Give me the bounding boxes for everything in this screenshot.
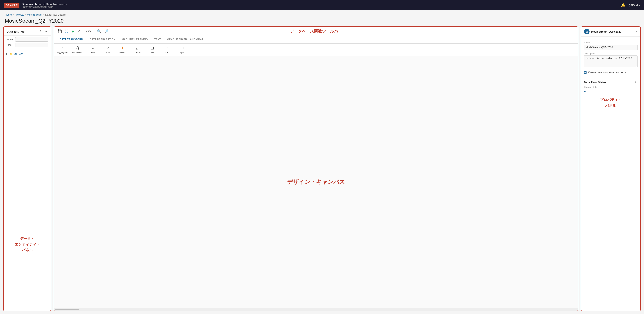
tags-filter-row: Tags [6, 43, 48, 47]
left-panel-header: Data Entities ↻ + [4, 27, 51, 36]
component-sort[interactable]: ↕ Sort [162, 46, 172, 54]
breadcrumb-projects[interactable]: Projects [14, 13, 24, 16]
name-filter-row: Name [6, 37, 48, 42]
right-panel-header: ⊞ MovieStream_Q2FY2020 ⤢ [581, 27, 640, 37]
component-expression[interactable]: {} Expression [72, 46, 83, 54]
set-label: Set [150, 51, 154, 54]
component-aggregate[interactable]: Σ Aggregate [57, 46, 68, 54]
right-panel-name: MovieStream_Q2FY2020 [591, 30, 621, 33]
right-panel-title-row: ⊞ MovieStream_Q2FY2020 [584, 29, 621, 34]
nav-title: Database Actions | Data Transforms [22, 2, 67, 6]
top-navigation: ORACLE Database Actions | Data Transform… [0, 0, 644, 10]
save-button[interactable]: 💾 [56, 28, 63, 34]
component-split[interactable]: ⊣ Split [177, 46, 187, 54]
description-prop-label: Description [584, 52, 638, 55]
data-entities-panel: Data Entities ↻ + Name Tags ▶ 📁 QTEAM [3, 26, 51, 311]
bell-icon[interactable]: 🔔 [621, 3, 626, 7]
filter-label: Filter [90, 51, 95, 54]
component-set[interactable]: ⊟ Set [147, 46, 157, 54]
left-panel-annotation: データ・エンティティ・パネル [4, 178, 51, 311]
component-lookup[interactable]: ⌕ Lookup [132, 46, 142, 54]
tags-filter-input[interactable] [15, 43, 48, 47]
cleanup-checkbox[interactable] [584, 71, 586, 74]
right-panel-annotation: プロパティ・パネル [584, 93, 638, 113]
center-panel: 💾 ⛶ ▶ ✓ </> 🔍 🔎 データベース関数ツールバー DATA TRANS… [54, 26, 578, 311]
left-panel-filters: Name Tags [4, 36, 51, 50]
breadcrumb-home[interactable]: Home [5, 13, 12, 16]
expand-panel-icon[interactable]: ⤢ [635, 30, 638, 33]
user-menu[interactable]: QTEAM ▾ [628, 4, 640, 7]
refresh-entities-button[interactable]: ↻ [39, 29, 43, 34]
component-toolbar: Σ Aggregate {} Expression ▽ Filter ⑂ Joi… [54, 44, 578, 56]
aggregate-icon: Σ [61, 46, 64, 50]
breadcrumb-sep1: » [12, 13, 14, 16]
tab-data-preparation[interactable]: DATA PREPARATION [86, 36, 118, 43]
folder-icon: 📁 [9, 52, 12, 55]
tab-oracle-spatial[interactable]: ORACLE SPATIAL AND GRAPH [164, 36, 209, 43]
name-prop-input[interactable] [584, 45, 638, 50]
status-dot [584, 91, 586, 92]
tab-text[interactable]: TEXT [151, 36, 164, 43]
oracle-logo: ORACLE [4, 3, 20, 7]
run-button[interactable]: ▶ [70, 28, 76, 34]
nav-left: ORACLE Database Actions | Data Transform… [4, 2, 67, 8]
tree-item-qteam[interactable]: ▶ 📁 QTEAM [6, 52, 48, 56]
sort-icon: ↕ [166, 46, 168, 50]
status-indicator-row [584, 89, 638, 93]
code-button[interactable]: </> [85, 29, 92, 34]
toolbar-divider [83, 29, 83, 34]
component-distinct[interactable]: ★ Distinct [118, 46, 128, 54]
nav-title-block: Database Actions | Data Transforms Power… [22, 2, 67, 8]
breadcrumb-moviestream[interactable]: MovieStream [27, 13, 42, 16]
nav-subtitle: Powered by Oracle Data Integrator [22, 6, 67, 8]
section-divider [584, 77, 638, 77]
left-panel-actions: ↻ + [39, 29, 48, 34]
breadcrumb-sep2: » [25, 13, 27, 16]
zoom-in-button[interactable]: 🔍 [96, 28, 102, 34]
entity-tree: ▶ 📁 QTEAM [4, 50, 51, 178]
refresh-status-icon[interactable]: ↻ [635, 80, 638, 84]
lookup-icon: ⌕ [136, 46, 138, 50]
lookup-label: Lookup [134, 51, 141, 54]
cleanup-checkbox-row: Cleanup temporary objects on error [584, 71, 638, 74]
canvas-scrollbar[interactable] [54, 308, 578, 311]
name-filter-input[interactable] [15, 37, 48, 42]
split-icon: ⊣ [180, 46, 184, 50]
nav-right: 🔔 QTEAM ▾ [621, 3, 640, 7]
current-status-label: Current Status [584, 86, 638, 88]
add-entity-button[interactable]: + [45, 29, 48, 34]
toolbar-annotation: データベース関数ツールバー [290, 29, 342, 34]
aggregate-label: Aggregate [57, 51, 68, 54]
expression-label: Expression [72, 51, 83, 54]
expression-icon: {} [76, 46, 79, 50]
breadcrumb: Home » Projects » MovieStream » Data Flo… [0, 10, 644, 17]
properties-panel: ⊞ MovieStream_Q2FY2020 ⤢ Name Descriptio… [581, 26, 641, 311]
filter-icon: ▽ [92, 46, 94, 50]
distinct-icon: ★ [121, 46, 124, 50]
component-filter[interactable]: ▽ Filter [88, 46, 98, 54]
tab-machine-learning[interactable]: MACHINE LEARNING [118, 36, 151, 43]
name-prop-label: Name [584, 41, 638, 44]
join-icon: ⑂ [106, 46, 109, 50]
tab-bar: DATA TRANSFORM DATA PREPARATION MACHINE … [54, 36, 578, 44]
tab-data-transform[interactable]: DATA TRANSFORM [56, 36, 86, 43]
name-filter-label: Name [6, 38, 14, 41]
scrollbar-thumb[interactable] [55, 309, 79, 310]
flow-status-title: Data Flow Status [584, 81, 606, 84]
description-prop-textarea[interactable]: Extract & fix data for Q2 FY2020 [584, 55, 638, 67]
toolbar-top: 💾 ⛶ ▶ ✓ </> 🔍 🔎 データベース関数ツールバー [54, 27, 578, 36]
set-icon: ⊟ [150, 46, 154, 50]
grid-icon: ⊞ [586, 30, 588, 33]
page-title: MovieStream_Q2FY2020 [0, 17, 644, 26]
cleanup-label: Cleanup temporary objects on error [588, 71, 626, 74]
tree-item-label: QTEAM [14, 52, 23, 55]
design-canvas[interactable]: デザイン・キャンバス [54, 56, 578, 308]
right-panel-body: Name Description Extract & fix data for … [581, 37, 640, 311]
component-join[interactable]: ⑂ Join [103, 46, 113, 54]
data-entities-title: Data Entities [6, 30, 25, 33]
zoom-out-button[interactable]: 🔎 [103, 28, 110, 34]
sort-label: Sort [165, 51, 169, 54]
validate-button[interactable]: ✓ [76, 28, 82, 34]
expand-button[interactable]: ⛶ [64, 29, 70, 34]
distinct-label: Distinct [119, 51, 126, 54]
